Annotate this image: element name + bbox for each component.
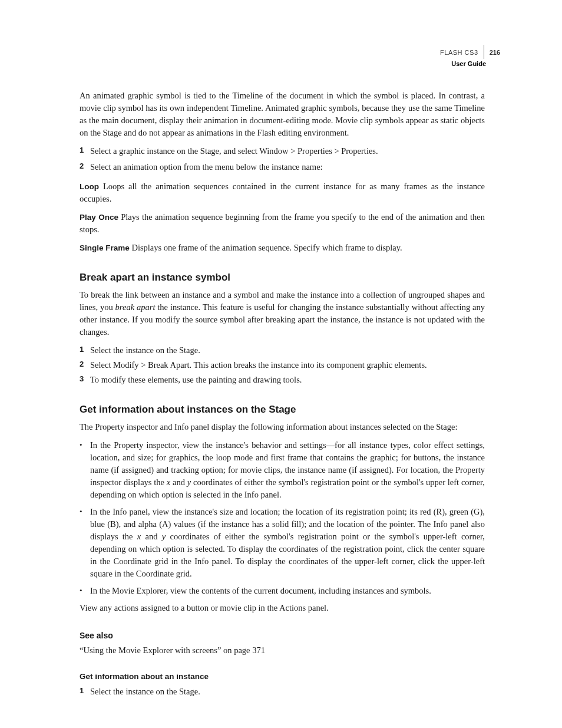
heading-break-apart: Break apart an instance symbol <box>80 271 485 285</box>
term-text: Displays one frame of the animation sequ… <box>130 243 402 252</box>
step-number: 2 <box>80 359 90 371</box>
step-text: Select an animation option from the menu… <box>90 161 485 173</box>
heading-get-information: Get information about instances on the S… <box>80 403 485 417</box>
bullet-text: In the Movie Explorer, view the contents… <box>90 585 485 597</box>
bullet-icon: • <box>80 506 90 580</box>
get-info-intro: The Property inspector and Info panel di… <box>80 421 485 433</box>
definition-play-once: Play Once Plays the animation sequence b… <box>80 211 485 236</box>
step-number: 1 <box>80 145 90 157</box>
term-label: Play Once <box>80 213 118 222</box>
heading-get-info-instance: Get information about an instance <box>80 671 485 683</box>
step-item: 2 Select Modify > Break Apart. This acti… <box>80 359 485 371</box>
step-number: 2 <box>80 161 90 173</box>
step-text: Select a graphic instance on the Stage, … <box>90 145 485 157</box>
definition-loop: Loop Loops all the animation sequences c… <box>80 180 485 205</box>
step-item: 1 Select a graphic instance on the Stage… <box>80 145 485 157</box>
see-also-link: “Using the Movie Explorer with screens” … <box>80 644 485 657</box>
closing-paragraph: View any actions assigned to a button or… <box>80 602 485 614</box>
step-number: 3 <box>80 374 90 386</box>
header-divider <box>484 45 484 59</box>
bullet-text: In the Info panel, view the instance's s… <box>90 506 485 580</box>
bullet-icon: • <box>80 585 90 597</box>
page-number: 216 <box>490 48 500 57</box>
emphasized-term: break apart <box>115 302 156 312</box>
step-item: 2 Select an animation option from the me… <box>80 161 485 173</box>
definition-single-frame: Single Frame Displays one frame of the a… <box>80 242 485 254</box>
bullet-item: • In the Movie Explorer, view the conten… <box>80 585 485 597</box>
page-content: An animated graphic symbol is tied to th… <box>80 90 485 701</box>
product-name: FLASH CS3 <box>440 48 478 57</box>
step-number: 1 <box>80 344 90 357</box>
page-header: FLASH CS3 216 User Guide <box>440 46 500 68</box>
step-number: 1 <box>80 686 90 698</box>
bullet-item: • In the Property inspector, view the in… <box>80 439 485 501</box>
term-label: Single Frame <box>80 243 130 252</box>
intro-paragraph: An animated graphic symbol is tied to th… <box>80 90 485 139</box>
step-item: 1 Select the instance on the Stage. <box>80 686 485 698</box>
term-label: Loop <box>80 182 99 191</box>
step-text: Select Modify > Break Apart. This action… <box>90 359 485 371</box>
break-apart-paragraph: To break the link between an instance an… <box>80 289 485 338</box>
step-item: 1 Select the instance on the Stage. <box>80 344 485 357</box>
step-text: Select the instance on the Stage. <box>90 344 485 357</box>
bullet-item: • In the Info panel, view the instance's… <box>80 506 485 580</box>
step-item: 3 To modify these elements, use the pain… <box>80 374 485 386</box>
guide-label: User Guide <box>440 60 486 68</box>
step-text: To modify these elements, use the painti… <box>90 374 485 386</box>
bullet-text: In the Property inspector, view the inst… <box>90 439 485 501</box>
step-text: Select the instance on the Stage. <box>90 686 485 698</box>
term-text: Plays the animation sequence beginning f… <box>80 212 485 234</box>
heading-see-also: See also <box>80 630 485 641</box>
term-text: Loops all the animation sequences contai… <box>80 182 485 203</box>
bullet-icon: • <box>80 439 90 501</box>
